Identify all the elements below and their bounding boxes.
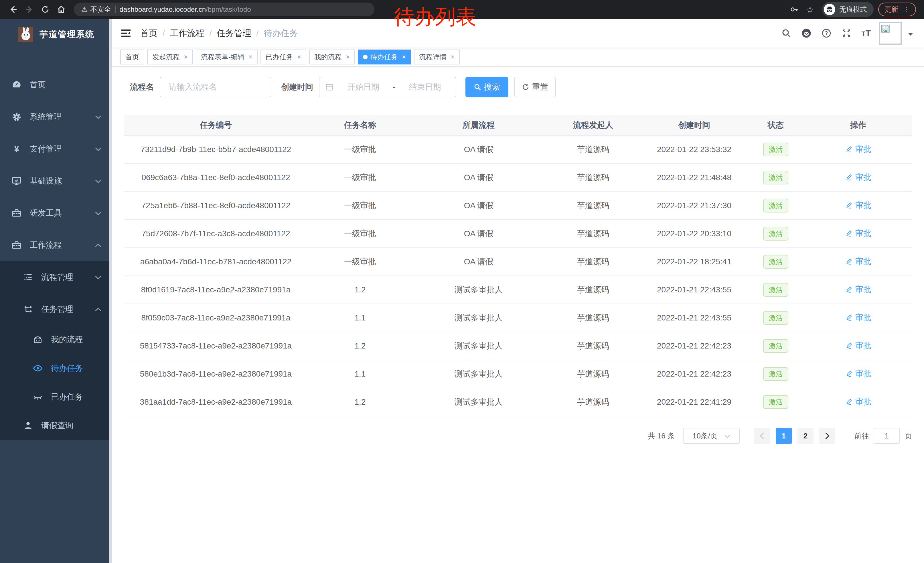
active-tab-dot bbox=[363, 55, 368, 59]
cell-id: a6aba0a4-7b6d-11ec-b781-acde48001122 bbox=[124, 257, 308, 266]
update-label[interactable]: 更新 bbox=[885, 5, 898, 14]
table-row: 75d72608-7b7f-11ec-a3c8-acde48001122一级审批… bbox=[124, 220, 912, 248]
goto-page-input[interactable]: 1 bbox=[874, 428, 900, 444]
sidebar-logo-row[interactable]: 芋道管理系统 bbox=[0, 19, 112, 50]
tab-首页[interactable]: 首页 bbox=[120, 50, 144, 65]
breadcrumb-item[interactable]: 工作流程 bbox=[170, 27, 204, 39]
tab-流程详情[interactable]: 流程详情× bbox=[414, 50, 460, 65]
tab-待办任务[interactable]: 待办任务× bbox=[358, 50, 411, 65]
sidebar-item-payment[interactable]: ¥支付管理 bbox=[0, 133, 112, 165]
status-badge: 激活 bbox=[763, 367, 788, 381]
sidebar-item-workflow[interactable]: 工作流程 bbox=[0, 229, 112, 261]
key-icon[interactable] bbox=[787, 2, 801, 17]
tab-流程表单-编辑[interactable]: 流程表单-编辑× bbox=[196, 50, 258, 65]
bookmark-star-icon[interactable]: ☆ bbox=[802, 2, 818, 17]
cell-id: 725a1eb6-7b88-11ec-8ef0-acde48001122 bbox=[124, 201, 308, 210]
home-icon[interactable] bbox=[54, 2, 69, 17]
github-icon[interactable] bbox=[801, 28, 812, 38]
sidebar-item-leave-query[interactable]: 请假查询 bbox=[0, 411, 112, 440]
browser-menu-icon[interactable]: ⋮ bbox=[903, 6, 910, 14]
incognito-badge: 无痕模式 bbox=[822, 2, 874, 17]
next-page-button[interactable] bbox=[819, 428, 835, 444]
approve-link[interactable]: 审批 bbox=[845, 284, 872, 295]
prev-page-button[interactable] bbox=[754, 428, 770, 444]
sidebar-item-my-process[interactable]: 我的流程 bbox=[0, 325, 112, 354]
page-size-select[interactable]: 10条/页 bbox=[683, 428, 740, 444]
close-tab-icon[interactable]: × bbox=[297, 53, 301, 61]
avatar-caret-icon[interactable] bbox=[908, 28, 914, 39]
sidebar-item-process-mgmt[interactable]: 流程管理 bbox=[0, 261, 112, 293]
breadcrumb-item: 待办任务 bbox=[264, 27, 298, 39]
tab-发起流程[interactable]: 发起流程× bbox=[147, 50, 193, 65]
browser-update-button[interactable]: 更新 ⋮ bbox=[878, 3, 916, 17]
cell-id: 75d72608-7b7f-11ec-a3c8-acde48001122 bbox=[124, 229, 308, 238]
close-tab-icon[interactable]: × bbox=[450, 53, 454, 61]
breadcrumb-item[interactable]: 首页 bbox=[140, 27, 158, 39]
page-button-1[interactable]: 1 bbox=[776, 428, 792, 444]
chevron-down-icon bbox=[95, 273, 101, 282]
edit-pencil-icon bbox=[845, 173, 853, 181]
column-header: 操作 bbox=[804, 120, 912, 131]
goto-label: 前往 bbox=[854, 431, 869, 441]
tab-我的流程[interactable]: 我的流程× bbox=[309, 50, 355, 65]
cell-action: 审批 bbox=[804, 144, 912, 155]
date-range-picker[interactable]: 开始日期 - 结束日期 bbox=[319, 77, 456, 98]
cell-status: 激活 bbox=[747, 395, 804, 409]
breadcrumb-item[interactable]: 任务管理 bbox=[217, 27, 251, 39]
approve-link[interactable]: 审批 bbox=[845, 312, 872, 323]
reload-icon[interactable] bbox=[38, 2, 52, 17]
font-size-icon[interactable]: тT bbox=[861, 28, 871, 38]
cell-process: OA 请假 bbox=[412, 200, 545, 211]
search-icon[interactable] bbox=[781, 28, 792, 38]
cell-starter: 芋道源码 bbox=[545, 228, 641, 239]
sidebar-item-system[interactable]: 系统管理 bbox=[0, 101, 112, 133]
cell-name: 1.1 bbox=[308, 369, 412, 378]
sidebar-item-devtools[interactable]: 研发工具 bbox=[0, 197, 112, 229]
close-tab-icon[interactable]: × bbox=[402, 53, 406, 61]
url-text: dashboard.yudao.iocoder.cn/bpm/task/todo bbox=[120, 6, 251, 14]
chevron-up-icon bbox=[95, 240, 101, 250]
close-tab-icon[interactable]: × bbox=[249, 53, 252, 61]
help-icon[interactable]: ? bbox=[821, 28, 831, 38]
approve-link[interactable]: 审批 bbox=[845, 368, 872, 379]
process-name-input[interactable]: 请输入流程名 bbox=[160, 77, 272, 98]
close-tab-icon[interactable]: × bbox=[346, 53, 350, 61]
approve-label: 审批 bbox=[855, 144, 872, 155]
search-button[interactable]: 搜索 bbox=[465, 77, 508, 98]
collapse-sidebar-icon[interactable] bbox=[120, 27, 132, 39]
sidebar-item-task-mgmt[interactable]: 任务管理 bbox=[0, 293, 112, 325]
sidebar-item-todo-task[interactable]: 待办任务 bbox=[0, 354, 112, 383]
approve-link[interactable]: 审批 bbox=[845, 228, 872, 239]
cell-action: 审批 bbox=[804, 256, 912, 267]
avatar[interactable] bbox=[879, 22, 902, 45]
sidebar-item-home[interactable]: 首页 bbox=[0, 69, 112, 101]
cell-id: 381aa1dd-7ac8-11ec-a9e2-a2380e71991a bbox=[124, 398, 308, 407]
security-warning[interactable]: ⚠不安全 bbox=[81, 5, 111, 14]
sidebar-item-infra[interactable]: 基础设施 bbox=[0, 165, 112, 197]
approve-link[interactable]: 审批 bbox=[845, 172, 872, 183]
status-badge: 激活 bbox=[763, 143, 788, 156]
page-button-2[interactable]: 2 bbox=[798, 428, 813, 444]
back-icon[interactable] bbox=[6, 2, 21, 17]
sidebar-item-label: 研发工具 bbox=[30, 208, 62, 219]
table-header: 任务编号任务名称所属流程流程发起人创建时间状态操作 bbox=[124, 115, 912, 136]
reset-button[interactable]: 重置 bbox=[514, 77, 556, 98]
tab-已办任务[interactable]: 已办任务× bbox=[261, 50, 306, 65]
address-bar[interactable]: ⚠不安全 dashboard.yudao.iocoder.cn/bpm/task… bbox=[74, 3, 374, 17]
tags-view: 首页发起流程×流程表单-编辑×已办任务×我的流程×待办任务×流程详情× bbox=[112, 48, 924, 67]
filter-form: 流程名 请输入流程名 创建时间 开始日期 - 结束日期 搜索 bbox=[124, 77, 912, 98]
approve-link[interactable]: 审批 bbox=[845, 144, 872, 155]
table-row: 73211d9d-7b9b-11ec-b5b7-acde48001122一级审批… bbox=[124, 136, 912, 164]
sidebar-item-done-task[interactable]: 已办任务 bbox=[0, 383, 112, 411]
approve-link[interactable]: 审批 bbox=[845, 396, 872, 407]
search-button-label: 搜索 bbox=[484, 82, 500, 93]
sidebar-item-label: 系统管理 bbox=[30, 111, 62, 122]
sidebar-item-label: 任务管理 bbox=[41, 304, 73, 315]
approve-link[interactable]: 审批 bbox=[845, 200, 872, 211]
cell-status: 激活 bbox=[747, 143, 804, 156]
approve-link[interactable]: 审批 bbox=[845, 340, 872, 351]
close-tab-icon[interactable]: × bbox=[184, 53, 188, 61]
forward-icon[interactable] bbox=[22, 2, 37, 17]
approve-link[interactable]: 审批 bbox=[845, 256, 872, 267]
fullscreen-icon[interactable] bbox=[841, 28, 852, 38]
